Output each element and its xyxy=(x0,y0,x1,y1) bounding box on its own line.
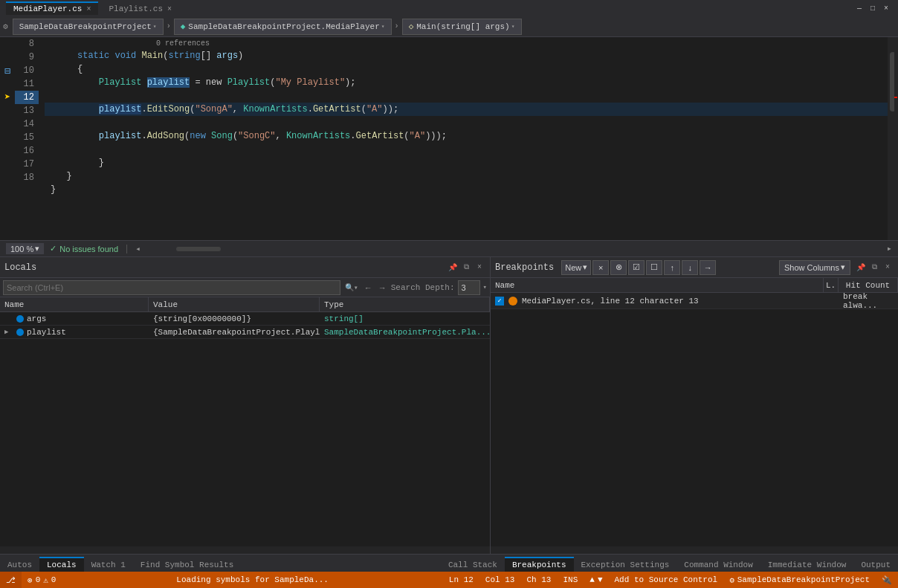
bp-th-hitcount: Hit Count xyxy=(839,278,898,292)
locals-bottom-scroll[interactable] xyxy=(0,546,490,554)
code-line-14: playlist.AddSong(new Song("SongC", Known… xyxy=(45,129,888,143)
code-line-16: } xyxy=(45,156,888,169)
tab-watch-1[interactable]: Watch 1 xyxy=(84,557,133,572)
locals-pin-button[interactable]: 📌 xyxy=(447,262,459,274)
bp-import-button[interactable]: ↓ xyxy=(682,260,698,275)
locals-search-btn[interactable]: 🔍▾ xyxy=(343,283,360,292)
table-row[interactable]: args {string[0x00000000]} string[] xyxy=(0,312,490,326)
status-arrows[interactable]: ▲ ▼ xyxy=(584,572,608,588)
status-ch[interactable]: Ch 13 xyxy=(520,572,557,588)
nav-prev-icon[interactable]: ◂ xyxy=(135,244,140,253)
horizontal-scrollbar[interactable] xyxy=(146,246,881,252)
addr-project[interactable]: SampleDataBreakpointProject ▾ xyxy=(13,19,164,35)
status-col[interactable]: Col 13 xyxy=(479,572,521,588)
addr-class-arrow: ▾ xyxy=(381,23,385,30)
locals-close-button[interactable]: × xyxy=(474,262,485,274)
line-num-18: 18 xyxy=(15,171,39,184)
code-content[interactable]: 0 references static void Main(string[] a… xyxy=(45,37,888,240)
locals-panel-bottom xyxy=(0,422,490,547)
status-git[interactable]: ⎇ xyxy=(0,572,22,588)
bp-th-name: Name xyxy=(491,278,824,292)
tab-command-window[interactable]: Command Window xyxy=(676,557,760,572)
bp-new-button[interactable]: New ▾ xyxy=(561,260,591,275)
close-icon-2[interactable]: × xyxy=(167,5,172,13)
up-arrow-icon: ▲ xyxy=(589,575,595,584)
tab-find-symbol[interactable]: Find Symbol Results xyxy=(133,557,241,572)
gutter-line-17 xyxy=(0,158,15,171)
tab-mediaplayer[interactable]: MediaPlayer.cs × xyxy=(6,1,98,15)
address-bar: ⚙ SampleDataBreakpointProject ▾ › ◆ Samp… xyxy=(0,16,898,37)
tab-output[interactable]: Output xyxy=(853,557,898,572)
locals-float-button[interactable]: ⧉ xyxy=(460,262,472,274)
playlist-icon xyxy=(16,329,24,336)
nav-next-icon[interactable]: ▸ xyxy=(887,243,892,254)
bp-disable-button[interactable]: ☐ xyxy=(646,260,662,275)
tab-breakpoints[interactable]: Breakpoints xyxy=(505,557,574,572)
status-plugin[interactable]: 🔌 xyxy=(876,572,898,588)
addr-method[interactable]: ◇ Main(string[] args) ▾ xyxy=(402,19,522,35)
code-line-11 xyxy=(45,89,888,103)
status-ins[interactable]: INS xyxy=(557,572,584,588)
bp-gotocode-button[interactable]: → xyxy=(700,260,716,275)
project-icon: ⚙ xyxy=(729,575,734,585)
status-error-count[interactable]: ⊗ 0 ⚠ 0 xyxy=(22,572,62,588)
status-ln[interactable]: Ln 12 xyxy=(443,572,479,588)
bp-pin-button[interactable]: 📌 xyxy=(855,262,867,274)
tab-exception-settings[interactable]: Exception Settings xyxy=(574,557,677,572)
editor-area: ⊟ ➤ 8 9 10 11 12 13 14 15 16 17 18 xyxy=(0,37,898,256)
status-project[interactable]: ⚙ SampleDataBreakpointProject xyxy=(723,572,876,588)
bp-bottom-scroll[interactable] xyxy=(491,546,898,554)
plugin-icon: 🔌 xyxy=(882,575,892,585)
h-scroll-thumb[interactable] xyxy=(176,247,221,251)
status-message: Loading symbols for SampleDa... xyxy=(62,575,442,584)
bp-table-row[interactable]: ✓ MediaPlayer.cs, line 12 character 13 b… xyxy=(491,293,898,309)
editor-content[interactable]: ⊟ ➤ 8 9 10 11 12 13 14 15 16 17 18 xyxy=(0,37,898,240)
addr-class[interactable]: ◆ SampleDataBreakpointProject.MediaPlaye… xyxy=(174,19,392,35)
zoom-button[interactable]: 100 % ▾ xyxy=(6,243,44,254)
td-type-playlist: SampleDataBreakpointProject.Pla... xyxy=(320,328,490,337)
gutter-line-13 xyxy=(0,104,15,117)
bp-panel-bottom xyxy=(491,413,898,547)
minimize-button[interactable]: — xyxy=(853,2,865,14)
gutter-line-16 xyxy=(0,144,15,158)
bp-checkbox[interactable]: ✓ xyxy=(495,297,504,306)
depth-dropdown-icon[interactable]: ▾ xyxy=(483,283,487,291)
code-line-17: } xyxy=(45,169,888,183)
tab-immediate-window[interactable]: Immediate Window xyxy=(760,557,854,572)
issues-label: No issues found xyxy=(59,245,118,253)
locals-table-header: Name Value Type xyxy=(0,297,490,312)
line-num-12: 12 xyxy=(15,91,39,104)
editor-scrollbar[interactable] xyxy=(888,37,898,240)
gutter-line-18 xyxy=(0,171,15,184)
bp-export-button[interactable]: ↑ xyxy=(664,260,680,275)
addr-separator-2: › xyxy=(395,22,399,30)
bp-new-arrow-icon: ▾ xyxy=(583,262,587,272)
tab-call-stack[interactable]: Call Stack xyxy=(441,557,505,572)
locals-nav-back[interactable]: ← xyxy=(363,283,374,292)
git-branch-icon: ⎇ xyxy=(6,575,16,585)
close-button[interactable]: × xyxy=(880,2,892,14)
bp-close-button[interactable]: × xyxy=(882,262,894,274)
bp-table: Name L. Hit Count ✓ MediaPlayer.cs, line… xyxy=(491,278,898,413)
locals-nav-fwd[interactable]: → xyxy=(377,283,388,292)
locals-search-input[interactable] xyxy=(3,280,340,295)
issues-button[interactable]: ✓ No issues found xyxy=(50,244,118,253)
bp-delete-button[interactable]: × xyxy=(592,260,609,275)
table-row[interactable]: ▶ playlist {SampleDataBreakpointProject.… xyxy=(0,326,490,339)
maximize-button[interactable]: □ xyxy=(867,2,879,14)
status-source-control[interactable]: Add to Source Control xyxy=(609,572,724,588)
nav-arrows: ◂ xyxy=(135,244,140,253)
bp-enable-button[interactable]: ☑ xyxy=(628,260,645,275)
expand-arrow-playlist[interactable]: ▶ xyxy=(4,328,13,336)
bp-delete-all-button[interactable]: ⊗ xyxy=(610,260,627,275)
close-icon[interactable]: × xyxy=(86,5,91,13)
tab-locals[interactable]: Locals xyxy=(39,557,84,572)
addr-icon: ⚙ xyxy=(0,22,11,31)
show-columns-button[interactable]: Show Columns ▾ xyxy=(779,260,850,275)
bp-table-header: Name L. Hit Count xyxy=(491,278,898,293)
depth-input[interactable] xyxy=(458,280,480,295)
tab-playlist[interactable]: Playlist.cs × xyxy=(101,1,179,15)
tab-autos[interactable]: Autos xyxy=(0,557,39,572)
td-value-playlist: {SampleDataBreakpointProject.Playlist} xyxy=(149,328,320,337)
bp-float-button[interactable]: ⧉ xyxy=(868,262,880,274)
